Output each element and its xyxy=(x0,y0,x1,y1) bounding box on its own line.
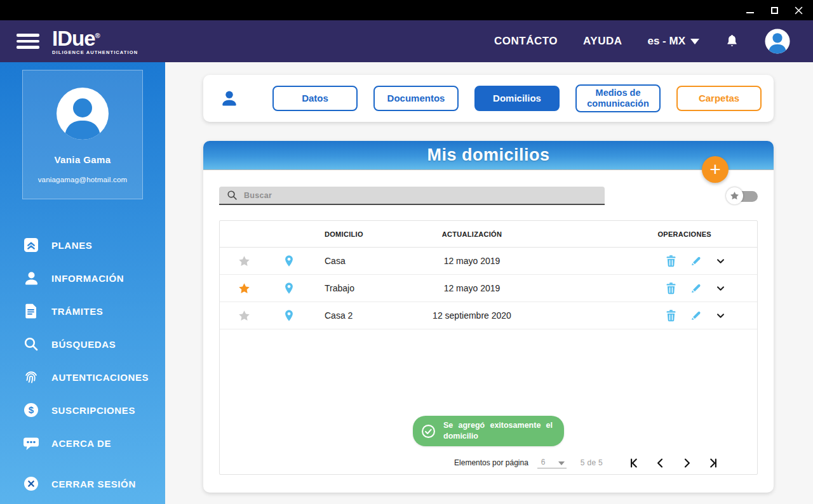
main-content: Datos Documentos Domicilios Medios de co… xyxy=(165,62,813,504)
location-pin-icon xyxy=(268,282,310,295)
next-page-button[interactable] xyxy=(682,458,692,468)
domicilios-panel: Mis domicilios + xyxy=(203,141,774,493)
search-input[interactable] xyxy=(244,191,598,200)
pagination-bar: Elementos por página 6 5 de 5 xyxy=(220,451,757,474)
pencil-icon xyxy=(690,310,702,321)
tab-domicilios[interactable]: Domicilios xyxy=(474,86,560,111)
row-name: Casa xyxy=(310,256,405,266)
sidebar-item-informacion[interactable]: INFORMACIÓN xyxy=(0,262,165,295)
top-navbar: IDue® DILIGENCE AUTHENTICATION CONTÁCTO … xyxy=(0,20,813,62)
row-updated: 12 mayo 2019 xyxy=(405,256,539,266)
bell-icon[interactable] xyxy=(725,34,739,49)
delete-button[interactable] xyxy=(666,309,676,322)
profile-name: Vania Gama xyxy=(28,154,137,165)
column-header-actualizacion: ACTUALIZACIÓN xyxy=(405,230,539,238)
sidebar-item-label: AUTENTICACIONES xyxy=(51,372,149,383)
first-page-button[interactable] xyxy=(628,458,639,468)
search-box xyxy=(219,187,605,205)
sidebar-item-busquedas[interactable]: BÚSQUEDAS xyxy=(0,328,165,361)
sidebar-menu: PLANES INFORMACIÓN TRÁMITES xyxy=(0,229,165,500)
last-page-button[interactable] xyxy=(708,458,719,468)
sidebar-item-planes[interactable]: PLANES xyxy=(0,229,165,262)
minimize-icon[interactable] xyxy=(746,6,755,15)
brand-tagline: DILIGENCE AUTHENTICATION xyxy=(52,50,138,55)
domicilios-table: DOMICILIO ACTUALIZACIÓN OPERACIONES Casa… xyxy=(219,220,758,475)
sidebar-item-tramites[interactable]: TRÁMITES xyxy=(0,295,165,328)
table-rows: Casa 12 mayo 2019 Trabajo 12 mayo 2019 xyxy=(220,248,757,329)
pencil-icon xyxy=(690,282,702,294)
tab-medios-de-comunicacion[interactable]: Medios de comunicación xyxy=(575,84,661,112)
tab-carpetas[interactable]: Carpetas xyxy=(676,86,762,111)
user-avatar[interactable] xyxy=(765,29,790,54)
language-selector[interactable]: es - MX xyxy=(647,35,699,48)
favorite-star-button[interactable] xyxy=(238,255,250,267)
sidebar-item-label: PLANES xyxy=(51,240,92,251)
table-row: Casa 12 mayo 2019 xyxy=(220,248,757,275)
panel-header: Mis domicilios + xyxy=(203,141,774,170)
row-updated: 12 septiembre 2020 xyxy=(405,310,539,321)
items-per-page-label: Elementos por página xyxy=(454,458,528,467)
chevron-down-icon xyxy=(716,284,725,293)
pagination-range: 5 de 5 xyxy=(581,458,603,467)
sidebar: Vania Gama vaniagamag@hotmail.com PLANES… xyxy=(0,62,165,504)
location-pin-icon xyxy=(268,255,310,268)
nav-link-contacto[interactable]: CONTÁCTO xyxy=(494,35,558,48)
sidebar-item-label: SUSCRIPCIONES xyxy=(51,405,135,416)
row-name: Casa 2 xyxy=(310,310,405,321)
maximize-icon[interactable] xyxy=(770,6,779,15)
favorites-filter-toggle[interactable] xyxy=(726,187,758,205)
language-value: es - MX xyxy=(647,35,685,48)
trash-icon xyxy=(666,255,676,267)
chevron-down-icon xyxy=(716,256,725,266)
sidebar-item-label: CERRAR SESIÓN xyxy=(51,479,136,489)
sidebar-item-autenticaciones[interactable]: AUTENTICACIONES xyxy=(0,361,165,394)
trash-icon xyxy=(666,309,676,322)
logout-icon xyxy=(23,476,39,491)
dollar-icon: $ xyxy=(23,402,39,418)
close-icon[interactable] xyxy=(794,6,803,15)
edit-button[interactable] xyxy=(690,255,702,267)
profile-avatar xyxy=(56,87,109,140)
favorite-star-button[interactable] xyxy=(238,310,250,322)
expand-row-button[interactable] xyxy=(716,311,725,321)
favorite-star-icon xyxy=(238,282,250,295)
profile-card: Vania Gama vaniagamag@hotmail.com xyxy=(22,70,143,199)
star-icon xyxy=(726,187,743,204)
pencil-icon xyxy=(690,255,702,267)
menu-icon[interactable] xyxy=(17,34,39,49)
previous-page-button[interactable] xyxy=(655,458,666,468)
location-pin-icon xyxy=(268,309,310,322)
expand-row-button[interactable] xyxy=(716,256,725,266)
person-icon xyxy=(23,270,39,286)
sidebar-item-cerrar-sesion[interactable]: CERRAR SESIÓN xyxy=(0,467,165,500)
items-per-page-value: 6 xyxy=(541,458,546,467)
nav-link-ayuda[interactable]: AYUDA xyxy=(583,35,622,48)
add-domicilio-button[interactable]: + xyxy=(702,156,729,183)
chevron-down-icon xyxy=(558,461,565,465)
favorite-star-icon xyxy=(238,310,250,322)
expand-row-button[interactable] xyxy=(716,284,725,293)
fingerprint-icon xyxy=(23,369,39,385)
favorite-star-icon xyxy=(238,255,250,267)
tab-datos[interactable]: Datos xyxy=(272,86,358,111)
sidebar-item-label: TRÁMITES xyxy=(51,306,103,317)
trash-icon xyxy=(666,282,676,295)
delete-button[interactable] xyxy=(666,282,676,295)
items-per-page-select[interactable]: 6 xyxy=(537,458,567,468)
sidebar-item-acerca-de[interactable]: ACERCA DE xyxy=(0,427,165,460)
column-header-domicilio: DOMICILIO xyxy=(310,230,405,238)
delete-button[interactable] xyxy=(666,255,676,267)
chevron-down-icon xyxy=(716,311,725,321)
column-header-operaciones: OPERACIONES xyxy=(539,230,757,238)
table-header: DOMICILIO ACTUALIZACIÓN OPERACIONES xyxy=(220,221,757,248)
tab-documentos[interactable]: Documentos xyxy=(373,86,459,111)
person-icon xyxy=(220,89,239,108)
edit-button[interactable] xyxy=(690,282,702,294)
table-row: Trabajo 12 mayo 2019 xyxy=(220,275,757,302)
sidebar-item-suscripciones[interactable]: $ SUSCRIPCIONES xyxy=(0,394,165,427)
brand-logo: IDue® DILIGENCE AUTHENTICATION xyxy=(52,28,138,55)
favorite-star-button[interactable] xyxy=(238,282,250,295)
registered-mark: ® xyxy=(95,32,100,39)
edit-button[interactable] xyxy=(690,310,702,321)
page-title: Mis domicilios xyxy=(427,145,549,165)
